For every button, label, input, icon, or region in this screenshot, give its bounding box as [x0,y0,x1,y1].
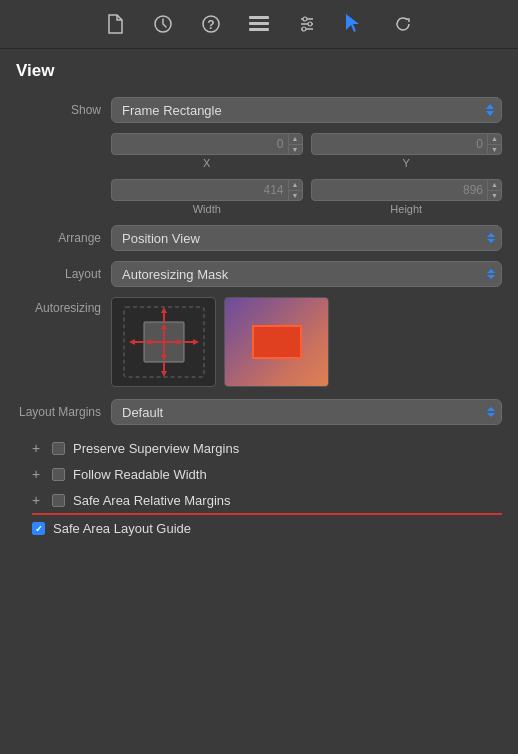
view-panel: View Show Frame Rectangle Bounds Rectang… [0,49,518,554]
x-stepper-up[interactable]: ▲ [289,134,302,145]
x-label: X [203,157,210,169]
svg-rect-5 [249,28,269,31]
safe-area-layout-label: Safe Area Layout Guide [53,521,191,536]
safe-relative-row: + Safe Area Relative Margins [32,487,502,513]
x-stepper[interactable]: ▲ ▼ [288,134,302,154]
width-stepper[interactable]: ▲ ▼ [288,180,302,200]
preserve-margins-label: Preserve Superview Margins [73,441,239,456]
x-field: ▲ ▼ X [111,133,303,169]
layout-margins-select[interactable]: Default Fixed Language Directional [111,399,502,425]
height-stepper-down[interactable]: ▼ [488,191,501,201]
xy-input-row: ▲ ▼ X ▲ ▼ Y [111,133,502,169]
x-input[interactable] [112,137,288,151]
safe-area-checkbox[interactable]: ✓ [32,522,45,535]
width-field: ▲ ▼ Width [111,179,303,215]
height-stepper-up[interactable]: ▲ [488,180,501,191]
help-icon[interactable]: ? [197,10,225,38]
arrange-label: Arrange [16,231,111,245]
height-label: Height [390,203,422,215]
show-row: Show Frame Rectangle Bounds Rectangle Cu… [16,97,502,123]
preserve-margins-checkbox[interactable] [52,442,65,455]
readable-width-checkbox[interactable] [52,468,65,481]
y-stepper-up[interactable]: ▲ [488,134,501,145]
arrange-control: Position View Auto Layout Manual [111,225,502,251]
preserve-plus-icon[interactable]: + [32,440,48,456]
arrow-tool-icon[interactable] [341,10,369,38]
wh-section: ▲ ▼ Width ▲ ▼ Height [16,179,502,215]
readable-plus-icon[interactable]: + [32,466,48,482]
svg-text:?: ? [207,18,214,32]
show-select-wrapper: Frame Rectangle Bounds Rectangle Custom [111,97,502,123]
layout-select[interactable]: Autoresizing Mask Auto Layout None [111,261,502,287]
width-stepper-up[interactable]: ▲ [289,180,302,191]
svg-marker-22 [161,307,167,313]
width-label: Width [193,203,221,215]
show-control: Frame Rectangle Bounds Rectangle Custom [111,97,502,123]
y-field: ▲ ▼ Y [311,133,503,169]
svg-marker-26 [129,339,135,345]
y-stepper-down[interactable]: ▼ [488,145,501,155]
autoresizing-arrows-svg [119,302,209,382]
autoresizing-row: Autoresizing [16,297,502,387]
autoresizing-diagram1[interactable] [111,297,216,387]
width-input[interactable] [112,183,288,197]
show-select[interactable]: Frame Rectangle Bounds Rectangle Custom [111,97,502,123]
layout-select-wrapper: Autoresizing Mask Auto Layout None [111,261,502,287]
svg-point-9 [303,17,307,21]
xy-section: ▲ ▼ X ▲ ▼ Y [16,133,502,169]
layout-margins-label: Layout Margins [16,405,111,419]
list-icon[interactable] [245,10,273,38]
svg-rect-4 [249,22,269,25]
safe-relative-label: Safe Area Relative Margins [73,493,231,508]
autoresizing-boxes [111,297,329,387]
safe-area-layout-row: ✓ Safe Area Layout Guide [32,515,502,542]
settings-icon[interactable] [293,10,321,38]
y-input-wrapper: ▲ ▼ [311,133,503,155]
svg-point-11 [302,27,306,31]
toolbar: ? [0,0,518,49]
x-input-wrapper: ▲ ▼ [111,133,303,155]
rotate-icon[interactable] [389,10,417,38]
y-label: Y [403,157,410,169]
y-input[interactable] [312,137,488,151]
wh-input-row: ▲ ▼ Width ▲ ▼ Height [111,179,502,215]
layout-control: Autoresizing Mask Auto Layout None [111,261,502,287]
svg-point-10 [308,22,312,26]
file-icon[interactable] [101,10,129,38]
readable-width-row: + Follow Readable Width [32,461,502,487]
x-stepper-down[interactable]: ▼ [289,145,302,155]
layout-row: Layout Autoresizing Mask Auto Layout Non… [16,261,502,287]
svg-marker-12 [346,14,359,32]
preserve-margins-row: + Preserve Superview Margins [32,435,502,461]
autoresizing-label: Autoresizing [16,297,111,315]
preview-rect [252,325,302,359]
arrange-select[interactable]: Position View Auto Layout Manual [111,225,502,251]
layout-margins-select-wrapper: Default Fixed Language Directional [111,399,502,425]
svg-marker-28 [193,339,199,345]
safe-relative-plus-icon[interactable]: + [32,492,48,508]
panel-title: View [16,61,502,81]
svg-rect-3 [249,16,269,19]
svg-marker-24 [161,371,167,377]
show-label: Show [16,103,111,117]
arrange-select-wrapper: Position View Auto Layout Manual [111,225,502,251]
height-stepper[interactable]: ▲ ▼ [487,180,501,200]
height-field: ▲ ▼ Height [311,179,503,215]
height-input[interactable] [312,183,488,197]
history-icon[interactable] [149,10,177,38]
y-stepper[interactable]: ▲ ▼ [487,134,501,154]
width-stepper-down[interactable]: ▼ [289,191,302,201]
arrange-row: Arrange Position View Auto Layout Manual [16,225,502,251]
readable-width-label: Follow Readable Width [73,467,207,482]
layout-margins-row: Layout Margins Default Fixed Language Di… [16,399,502,425]
layout-label: Layout [16,267,111,281]
safe-relative-checkbox[interactable] [52,494,65,507]
checkboxes-section: + Preserve Superview Margins + Follow Re… [16,435,502,542]
width-input-wrapper: ▲ ▼ [111,179,303,201]
height-input-wrapper: ▲ ▼ [311,179,503,201]
autoresizing-preview[interactable] [224,297,329,387]
layout-margins-control: Default Fixed Language Directional [111,399,502,425]
